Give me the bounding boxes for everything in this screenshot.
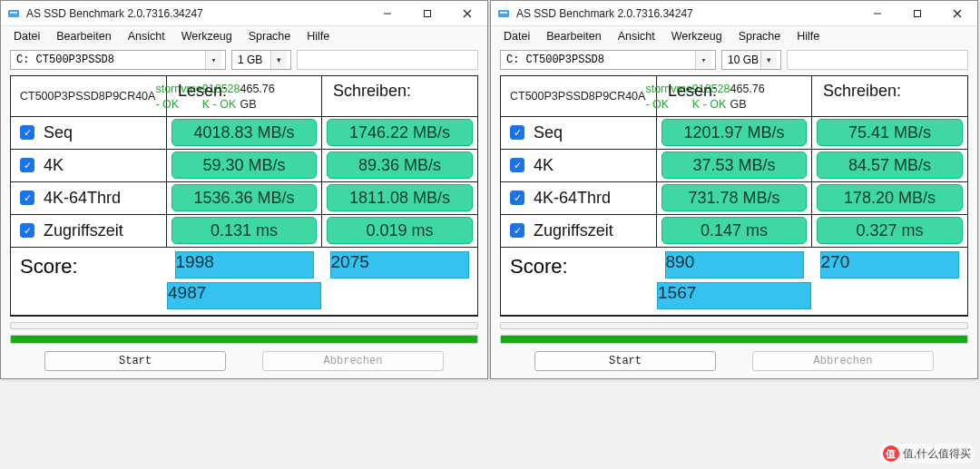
start-button[interactable]: Start <box>534 351 716 371</box>
write-fourk64: 178.20 MB/s <box>817 184 962 211</box>
progress-bar-total <box>500 335 968 344</box>
watermark: 值 值,什么值得买 <box>879 444 975 464</box>
menu-datei[interactable]: Datei <box>14 30 40 43</box>
read-fourk: 59.30 MB/s <box>172 151 316 179</box>
maximize-button[interactable] <box>897 1 937 25</box>
menu-ansicht[interactable]: Ansicht <box>618 30 655 43</box>
button-row: Start Abbrechen <box>491 347 977 378</box>
menu-sprache[interactable]: Sprache <box>739 30 781 43</box>
checkbox-access[interactable]: ✓ <box>20 223 34 238</box>
menu-hilfe[interactable]: Hilfe <box>797 30 819 43</box>
header-write: Schreiben: <box>322 76 477 116</box>
read-access: 0.147 ms <box>662 217 806 244</box>
row-fourk64: ✓ 4K-64Thrd 1536.36 MB/s 1811.08 MB/s <box>11 182 477 215</box>
chevron-down-icon: ▾ <box>205 51 221 69</box>
info-model: CT500P3PSSD8 <box>510 89 595 104</box>
size-select-value: 1 GB <box>238 54 262 66</box>
svg-rect-4 <box>498 10 509 17</box>
header-read: Lesen: <box>167 76 322 116</box>
checkbox-fourk64[interactable]: ✓ <box>20 191 34 205</box>
close-button[interactable] <box>937 1 977 25</box>
size-select-value: 10 GB <box>728 54 759 66</box>
menu-werkzeug[interactable]: Werkzeug <box>671 30 722 43</box>
menu-datei[interactable]: Datei <box>504 30 530 43</box>
size-select[interactable]: 1 GB ▾ <box>231 50 291 70</box>
checkbox-access[interactable]: ✓ <box>510 223 524 238</box>
progress-area: --:-- <box>500 322 968 344</box>
row-access: ✓ Zugriffszeit 0.147 ms 0.327 ms <box>501 215 967 248</box>
row-seq: ✓ Seq 1201.97 MB/s 75.41 MB/s <box>501 117 967 150</box>
info-firmware: P9CR40A <box>105 89 156 104</box>
menubar: Datei Bearbeiten Ansicht Werkzeug Sprach… <box>1 26 487 48</box>
score-total: 1567 <box>657 282 811 309</box>
label-fourk: 4K <box>534 156 554 175</box>
menu-ansicht[interactable]: Ansicht <box>128 30 165 43</box>
row-fourk64: ✓ 4K-64Thrd 731.78 MB/s 178.20 MB/s <box>501 182 967 215</box>
maximize-button[interactable] <box>407 1 447 25</box>
watermark-text: 值,什么值得买 <box>903 446 971 462</box>
close-button[interactable] <box>447 1 487 25</box>
row-fourk: ✓ 4K 37.53 MB/s 84.57 MB/s <box>501 150 967 182</box>
menu-sprache[interactable]: Sprache <box>249 30 291 43</box>
score-area: Score: 890 270 1567 <box>501 248 967 316</box>
app-icon <box>6 6 21 21</box>
results-table: CT500P3PSSD8 P9CR40A stornvme - OK 91852… <box>500 75 968 317</box>
menu-hilfe[interactable]: Hilfe <box>307 30 329 43</box>
write-access: 0.327 ms <box>817 217 962 244</box>
svg-rect-0 <box>8 10 19 17</box>
svg-rect-2 <box>384 13 391 14</box>
menu-werkzeug[interactable]: Werkzeug <box>181 30 232 43</box>
drive-select[interactable]: C: CT500P3PSSD8 ▾ <box>10 50 226 70</box>
start-button[interactable]: Start <box>44 351 226 371</box>
drive-info: CT500P3PSSD8 P9CR40A stornvme - OK 91852… <box>501 76 657 116</box>
chevron-down-icon: ▾ <box>760 51 777 69</box>
toolbar: C: CT500P3PSSD8 ▾ 10 GB ▾ <box>491 48 977 75</box>
checkbox-fourk64[interactable]: ✓ <box>510 191 524 205</box>
chevron-down-icon: ▾ <box>695 51 711 69</box>
info-model: CT500P3PSSD8 <box>20 89 105 104</box>
label-fourk: 4K <box>44 156 64 175</box>
write-fourk64: 1811.08 MB/s <box>327 184 472 211</box>
minimize-button[interactable] <box>368 1 407 25</box>
checkbox-seq[interactable]: ✓ <box>20 125 34 140</box>
read-fourk64: 731.78 MB/s <box>662 184 806 211</box>
read-seq: 1201.97 MB/s <box>662 119 806 146</box>
menu-bearbeiten[interactable]: Bearbeiten <box>56 30 111 43</box>
app-icon <box>496 6 511 21</box>
titlebar[interactable]: AS SSD Benchmark 2.0.7316.34247 <box>491 1 977 26</box>
button-row: Start Abbrechen <box>1 347 487 378</box>
drive-select[interactable]: C: CT500P3PSSD8 ▾ <box>500 50 716 70</box>
drive-select-value: C: CT500P3PSSD8 <box>16 54 114 66</box>
label-fourk64: 4K-64Thrd <box>534 189 611 208</box>
toolbar-filler <box>787 50 968 70</box>
menu-bearbeiten[interactable]: Bearbeiten <box>546 30 601 43</box>
label-access: Zugriffszeit <box>534 221 613 240</box>
label-fourk64: 4K-64Thrd <box>44 189 121 208</box>
svg-rect-5 <box>500 12 507 14</box>
svg-rect-7 <box>915 10 921 16</box>
minimize-button[interactable] <box>858 1 897 25</box>
score-write: 2075 <box>330 251 470 278</box>
titlebar[interactable]: AS SSD Benchmark 2.0.7316.34247 <box>1 1 487 26</box>
row-seq: ✓ Seq 4018.83 MB/s 1746.22 MB/s <box>11 117 477 150</box>
size-select[interactable]: 10 GB ▾ <box>721 50 781 70</box>
checkbox-fourk[interactable]: ✓ <box>20 158 34 172</box>
score-label: Score: <box>11 251 167 278</box>
chevron-down-icon: ▾ <box>270 51 287 69</box>
menubar: Datei Bearbeiten Ansicht Werkzeug Sprach… <box>491 26 977 48</box>
checkbox-fourk[interactable]: ✓ <box>510 158 524 172</box>
score-read: 1998 <box>175 251 315 278</box>
score-write: 270 <box>820 251 960 278</box>
score-total: 4987 <box>167 282 321 309</box>
checkbox-seq[interactable]: ✓ <box>510 125 524 140</box>
results-table: CT500P3PSSD8 P9CR40A stornvme - OK 91852… <box>10 75 478 317</box>
write-fourk: 89.36 MB/s <box>327 151 472 179</box>
svg-rect-6 <box>874 13 881 14</box>
read-fourk: 37.53 MB/s <box>662 151 806 179</box>
toolbar-filler <box>297 50 478 70</box>
write-access: 0.019 ms <box>327 217 472 244</box>
drive-info: CT500P3PSSD8 P9CR40A stornvme - OK 91852… <box>11 76 167 116</box>
progress-bar-current <box>10 322 478 329</box>
score-read: 890 <box>665 251 805 278</box>
read-seq: 4018.83 MB/s <box>172 119 316 146</box>
